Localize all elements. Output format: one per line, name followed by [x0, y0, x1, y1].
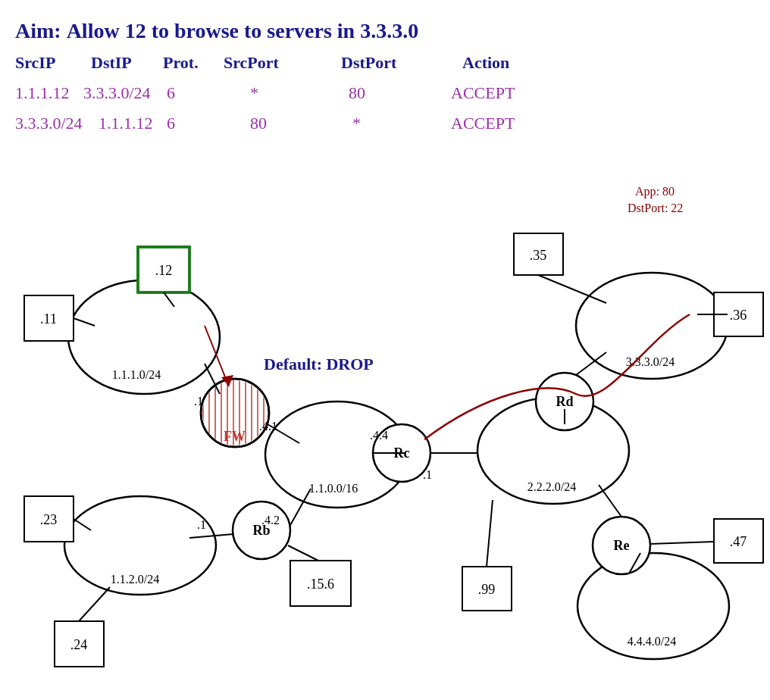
diagram-canvas: [0, 0, 770, 700]
